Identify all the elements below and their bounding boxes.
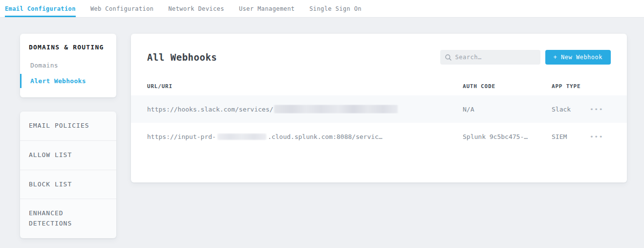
- column-header-url: URL/URI: [147, 83, 463, 90]
- column-header-app-type: APP TYPE: [552, 83, 590, 90]
- top-navigation: Email Configuration Web Configuration Ne…: [0, 0, 644, 18]
- sidebar-item-enhanced-detections[interactable]: ENHANCED DETECTIONS: [20, 199, 116, 238]
- sidebar-item-allow-list[interactable]: ALLOW LIST: [20, 140, 116, 170]
- redacted-url-segment: [217, 134, 266, 140]
- sidebar: DOMAINS & ROUTING Domains Alert Webhooks…: [20, 34, 116, 238]
- new-webhook-button[interactable]: + New Webhook: [545, 50, 611, 65]
- page-title: All Webhooks: [147, 52, 217, 63]
- webhooks-table: URL/URI AUTH CODE APP TYPE https://hooks…: [147, 80, 611, 150]
- webhook-url: https://hooks.slack.com/services/: [147, 105, 463, 113]
- webhook-auth-code: Splunk 9c5bc475-…: [463, 133, 552, 140]
- sidebar-item-email-policies[interactable]: EMAIL POLICIES: [20, 112, 116, 140]
- sidebar-item-alert-webhooks[interactable]: Alert Webhooks: [20, 74, 116, 88]
- tab-single-sign-on[interactable]: Single Sign On: [309, 0, 362, 17]
- search-box: [440, 50, 540, 65]
- tab-network-devices[interactable]: Network Devices: [169, 0, 224, 17]
- webhook-url-prefix: https://hooks.slack.com/services/: [147, 106, 273, 113]
- webhooks-panel: All Webhooks + New Webhook URL/URI AUTH …: [131, 34, 627, 182]
- sidebar-item-block-list[interactable]: BLOCK LIST: [20, 170, 116, 199]
- row-menu-ellipsis-icon[interactable]: •••: [590, 133, 603, 140]
- tab-user-management[interactable]: User Management: [239, 0, 295, 17]
- webhooks-header: All Webhooks + New Webhook: [147, 49, 611, 65]
- tab-email-configuration[interactable]: Email Configuration: [5, 0, 76, 17]
- search-icon: [445, 54, 451, 61]
- column-header-auth-code: AUTH CODE: [463, 83, 552, 90]
- tab-web-configuration[interactable]: Web Configuration: [90, 0, 154, 17]
- sidebar-item-domains[interactable]: Domains: [20, 58, 116, 72]
- domains-routing-heading: DOMAINS & ROUTING: [29, 44, 107, 51]
- domains-routing-card: DOMAINS & ROUTING Domains Alert Webhooks: [20, 34, 116, 97]
- webhook-url-prefix: https://input-prd-: [147, 133, 216, 140]
- webhook-auth-code: N/A: [463, 106, 552, 113]
- table-row-splunk-webhook[interactable]: https://input-prd- .cloud.splunk.com:808…: [131, 123, 627, 150]
- table-row-slack-webhook[interactable]: https://hooks.slack.com/services/ N/A Sl…: [131, 95, 627, 123]
- webhook-url-suffix: .cloud.splunk.com:8088/servic…: [268, 133, 383, 140]
- table-header-row: URL/URI AUTH CODE APP TYPE: [147, 80, 611, 92]
- search-input[interactable]: [455, 54, 536, 61]
- page-content: DOMAINS & ROUTING Domains Alert Webhooks…: [0, 18, 644, 248]
- row-menu-ellipsis-icon[interactable]: •••: [590, 106, 603, 113]
- webhook-app-type: SIEM: [552, 133, 590, 140]
- webhook-url: https://input-prd- .cloud.splunk.com:808…: [147, 133, 463, 140]
- header-actions: + New Webhook: [440, 50, 611, 65]
- sidebar-sections-card: EMAIL POLICIES ALLOW LIST BLOCK LIST ENH…: [20, 112, 116, 238]
- redacted-url-segment: [274, 105, 398, 113]
- webhook-app-type: Slack: [552, 106, 590, 113]
